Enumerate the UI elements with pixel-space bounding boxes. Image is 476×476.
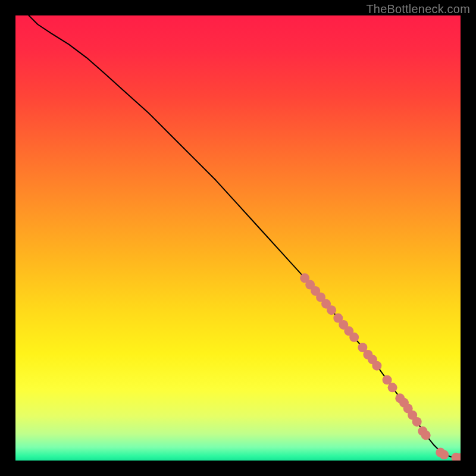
attribution-text: TheBottleneck.com [366, 2, 470, 16]
chart-frame: TheBottleneck.com [0, 0, 476, 476]
plot-gradient-background [15, 15, 461, 461]
